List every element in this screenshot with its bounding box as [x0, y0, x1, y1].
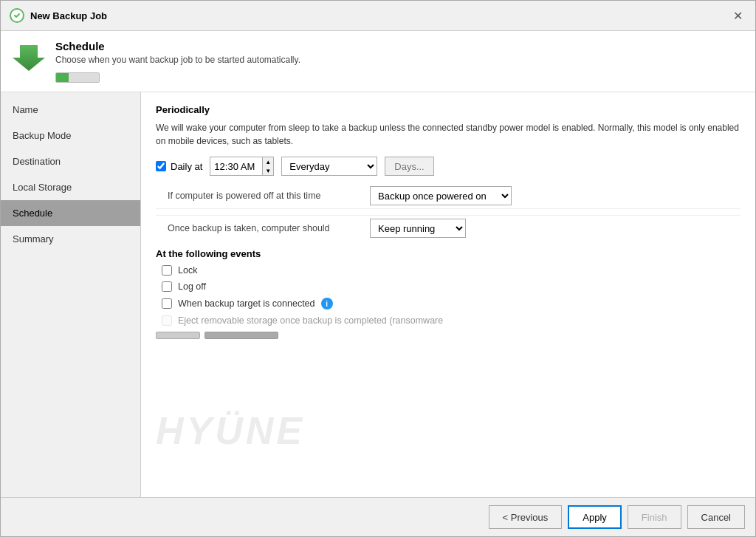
- finish-button[interactable]: Finish: [628, 505, 681, 529]
- time-input-container: ▲ ▼: [210, 157, 274, 176]
- info-icon[interactable]: i: [321, 298, 333, 309]
- event-target-connected-checkbox[interactable]: [162, 298, 172, 309]
- footer: < Previous Apply Finish Cancel: [1, 497, 755, 536]
- daily-at-checkbox[interactable]: [156, 161, 166, 171]
- event-target-connected-row: When backup target is connected i: [156, 298, 740, 309]
- eject-checkbox: [162, 315, 172, 326]
- description-text: We will wake your computer from sleep to…: [156, 121, 740, 148]
- event-target-connected-label: When backup target is connected: [178, 298, 315, 309]
- svg-marker-1: [13, 45, 45, 71]
- event-logoff-label: Log off: [178, 281, 206, 292]
- events-title: At the following events: [156, 248, 740, 259]
- sidebar-item-summary[interactable]: Summary: [1, 226, 140, 252]
- eject-row: Eject removable storage once backup is c…: [156, 315, 740, 326]
- sidebar-item-name[interactable]: Name: [1, 97, 140, 123]
- daily-at-checkbox-label[interactable]: Daily at: [156, 161, 202, 172]
- time-input[interactable]: [210, 157, 262, 175]
- body: Name Backup Mode Destination Local Stora…: [1, 92, 755, 497]
- close-button[interactable]: ✕: [729, 7, 746, 24]
- frequency-dropdown[interactable]: Everyday Weekdays Weekends: [281, 157, 377, 176]
- schedule-icon: [13, 41, 45, 76]
- header-subtitle: Choose when you want backup job to be st…: [55, 55, 743, 65]
- eject-label: Eject removable storage once backup is c…: [178, 315, 443, 326]
- event-lock-checkbox[interactable]: [162, 265, 172, 276]
- once-backup-row: Once backup is taken, computer should Ke…: [156, 215, 740, 241]
- time-spin-down[interactable]: ▼: [263, 166, 273, 175]
- periodically-title: Periodically: [156, 104, 740, 115]
- previous-button[interactable]: < Previous: [489, 505, 563, 529]
- main-content: Periodically We will wake your computer …: [141, 92, 755, 497]
- watermark: HYÜNE: [156, 408, 305, 453]
- time-spin-up[interactable]: ▲: [263, 157, 273, 166]
- once-backup-label: Once backup is taken, computer should: [156, 223, 362, 233]
- header-title: Schedule: [55, 40, 743, 52]
- progress-indicator: [55, 72, 100, 83]
- time-spin-buttons: ▲ ▼: [262, 157, 273, 175]
- scroll-thumb-2[interactable]: [205, 332, 278, 339]
- apply-button[interactable]: Apply: [568, 505, 622, 529]
- events-section: At the following events Lock Log off Whe…: [156, 248, 740, 326]
- daily-at-label: Daily at: [171, 161, 202, 172]
- event-lock-label: Lock: [178, 265, 197, 276]
- cancel-button[interactable]: Cancel: [687, 505, 745, 529]
- powered-off-row: If computer is powered off at this time …: [156, 183, 740, 209]
- sidebar-item-backup-mode[interactable]: Backup Mode: [1, 123, 140, 148]
- dialog: New Backup Job ✕ Schedule Choose when yo…: [0, 0, 756, 537]
- header-info: Schedule Choose when you want backup job…: [55, 40, 743, 83]
- once-backup-dropdown[interactable]: Keep running Sleep Hibernate Shut down: [370, 219, 466, 238]
- sidebar: Name Backup Mode Destination Local Stora…: [1, 92, 141, 497]
- powered-off-dropdown[interactable]: Backup once powered on Skip backup Run a…: [370, 186, 512, 205]
- daily-at-row: Daily at ▲ ▼ Everyday Weekdays Weekends …: [156, 157, 740, 176]
- scroll-hint: [156, 332, 740, 339]
- powered-off-label: If computer is powered off at this time: [156, 191, 362, 201]
- progress-fill: [56, 73, 69, 82]
- title-bar-left: New Backup Job: [10, 8, 107, 23]
- title-bar: New Backup Job ✕: [1, 1, 755, 31]
- days-button[interactable]: Days...: [385, 157, 433, 176]
- sidebar-item-destination[interactable]: Destination: [1, 148, 140, 174]
- event-logoff-checkbox[interactable]: [162, 281, 172, 292]
- scroll-thumb-1[interactable]: [156, 332, 200, 339]
- event-lock-row: Lock: [156, 265, 740, 276]
- app-icon: [10, 8, 24, 23]
- header-section: Schedule Choose when you want backup job…: [1, 31, 755, 92]
- sidebar-item-schedule[interactable]: Schedule: [1, 200, 140, 226]
- event-logoff-row: Log off: [156, 281, 740, 292]
- sidebar-item-local-storage[interactable]: Local Storage: [1, 174, 140, 200]
- dialog-title: New Backup Job: [30, 10, 107, 21]
